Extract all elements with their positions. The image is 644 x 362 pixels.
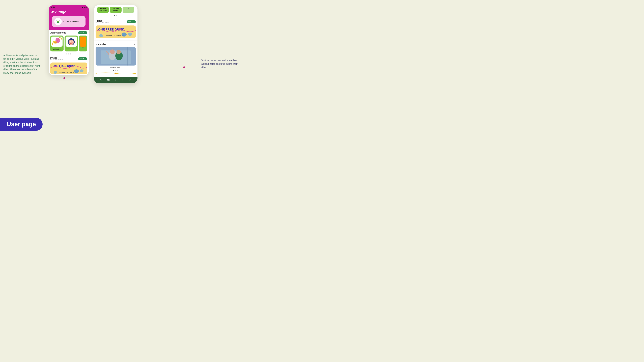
phone-left: 8:00 ▐▐▐ ▲ My Page xyxy=(48,5,89,75)
memories-header: Memories ⬆ xyxy=(96,43,136,46)
prize-blob-3 xyxy=(99,34,103,37)
blue-blob-3 xyxy=(54,71,57,74)
memories-section: Memories ⬆ xyxy=(94,42,138,77)
achievement-card-partial[interactable]: T xyxy=(79,35,87,51)
svg-point-3 xyxy=(58,21,58,22)
memory-photo xyxy=(96,47,136,65)
prizes-title-group-right: Prizes RECENTLY WON xyxy=(96,19,109,24)
achievement-img-rides xyxy=(51,36,62,46)
achievements-see-all-button[interactable]: SEE ALL xyxy=(78,31,87,34)
achievement-label-child: CHILD AT HEART xyxy=(66,47,77,49)
memory-caption: Looking great! xyxy=(96,66,136,68)
nav-home-icon[interactable]: ⌂ xyxy=(100,78,102,81)
svg-point-18 xyxy=(115,30,116,31)
svg-rect-7 xyxy=(54,41,56,42)
nav-map-icon[interactable]: 🗺 xyxy=(107,78,110,81)
time-display: 8:00 xyxy=(51,6,55,8)
prizes-subtitle-right: RECENTLY WON xyxy=(96,21,109,23)
top-cards-row: WENT ON50% RIDES CHILD AT HEART T xyxy=(96,7,136,14)
partial-card-label: T xyxy=(80,47,86,49)
achievements-dots xyxy=(48,52,89,55)
prizes-section-right: Prizes RECENTLY WON SEE ALL ONE FREE DRI… xyxy=(94,18,138,40)
profile-card: LIZZI MARTIN xyxy=(52,16,86,27)
achievement-label-rides: WENT ON50% RIDES xyxy=(51,47,62,50)
prize-blob-2 xyxy=(128,32,132,36)
prize-card: ONE FREE DRINK REDEEMABLE UNTIL 7/28 xyxy=(50,62,87,74)
dot-2 xyxy=(68,53,69,54)
prizes-see-all-button[interactable]: SEE ALL xyxy=(78,57,87,60)
prize-blob-1 xyxy=(122,32,126,36)
annotation-right-connector-line xyxy=(184,67,201,67)
top-dot-1 xyxy=(114,15,115,16)
achievement-img-child xyxy=(66,36,77,46)
phone-right-top: WENT ON50% RIDES CHILD AT HEART T xyxy=(94,5,138,17)
achievements-title: Achievements xyxy=(50,31,66,34)
prizes-subtitle: RECENTLY WON xyxy=(50,58,64,60)
memories-title: Memories xyxy=(96,43,106,46)
annotation-right: Visitors can access and share live actio… xyxy=(201,59,238,69)
svg-point-22 xyxy=(110,49,115,54)
svg-point-15 xyxy=(69,42,70,43)
page-label: User page xyxy=(0,118,42,131)
svg-point-28 xyxy=(115,72,116,74)
dot-3 xyxy=(70,53,71,54)
phones-container: 8:00 ▐▐▐ ▲ My Page xyxy=(48,5,138,83)
top-card-rides[interactable]: WENT ON50% RIDES xyxy=(97,7,109,13)
achievements-section: Achievements SEE ALL xyxy=(48,30,89,52)
avatar xyxy=(54,18,62,25)
upload-icon[interactable]: ⬆ xyxy=(134,43,136,46)
prizes-header-right: Prizes RECENTLY WON SEE ALL xyxy=(96,19,136,24)
annotation-right-connector-dot xyxy=(183,66,185,68)
nav-game-icon[interactable]: ✦ xyxy=(122,78,124,82)
dot-1 xyxy=(66,53,68,54)
prizes-see-all-button-right[interactable]: SEE ALL xyxy=(127,20,136,23)
top-dot-2 xyxy=(116,15,117,16)
achievements-row: WENT ON50% RIDES xyxy=(50,35,87,51)
top-cards-dots xyxy=(96,14,136,17)
memory-dot-3 xyxy=(117,70,118,71)
achievements-header: Achievements SEE ALL xyxy=(50,31,87,34)
divider-2 xyxy=(94,40,138,41)
svg-point-13 xyxy=(72,42,72,42)
profile-name: LIZZI MARTIN xyxy=(64,20,79,23)
svg-point-12 xyxy=(70,42,70,42)
svg-point-16 xyxy=(72,42,74,43)
my-page-title: My Page xyxy=(51,9,86,16)
nav-profile-icon[interactable]: ⊙ xyxy=(129,78,132,82)
achievement-card-child[interactable]: CHILD AT HEART xyxy=(64,35,78,51)
top-card-child[interactable]: CHILD AT HEART xyxy=(110,7,122,13)
memory-dot-2 xyxy=(115,70,116,71)
wifi-icon: ▲ xyxy=(82,6,83,8)
annotation-left: Achievements and prizes can be unlocked … xyxy=(3,54,40,75)
profile-card-container: LIZZI MARTIN xyxy=(48,16,89,30)
nav-search-icon[interactable]: ⌕ xyxy=(115,78,116,81)
battery-icon xyxy=(84,7,86,8)
prizes-header: Prizes RECENTLY WON SEE ALL xyxy=(50,56,87,61)
prize-card-wide: ONE FREE DRINK REDEEMABLE UNTIL 7/28 xyxy=(96,25,136,38)
baby-face-icon xyxy=(66,36,77,46)
svg-point-24 xyxy=(116,50,121,54)
svg-point-14 xyxy=(71,42,72,43)
roller-coaster-icon xyxy=(51,36,62,46)
prizes-title-group: Prizes RECENTLY WON xyxy=(50,56,64,61)
status-icons: ▐▐▐ ▲ xyxy=(78,6,86,8)
bottom-nav: ⌂ 🗺 ⌕ ✦ ⊙ xyxy=(94,77,138,83)
phone-right: WENT ON50% RIDES CHILD AT HEART T Prizes… xyxy=(94,5,138,83)
svg-point-17 xyxy=(69,66,70,68)
memory-photo-svg xyxy=(96,47,136,65)
svg-point-4 xyxy=(58,21,58,22)
phone-left-header: 8:00 ▐▐▐ ▲ My Page xyxy=(48,5,89,16)
memory-dot-1 xyxy=(113,70,114,71)
prizes-section-left: Prizes RECENTLY WON SEE ALL ONE FREE DRI… xyxy=(48,55,89,75)
memory-dots-row xyxy=(96,69,136,72)
partial-card-img xyxy=(80,36,86,46)
top-card-partial[interactable]: T xyxy=(122,7,134,13)
star-icon xyxy=(55,19,61,24)
status-bar: 8:00 ▐▐▐ ▲ xyxy=(51,6,86,8)
prize-redeemable-wide: REDEEMABLE UNTIL 7/28 xyxy=(98,35,133,36)
signal-icon: ▐▐▐ xyxy=(78,6,81,8)
achievement-card-rides[interactable]: WENT ON50% RIDES xyxy=(50,35,64,51)
